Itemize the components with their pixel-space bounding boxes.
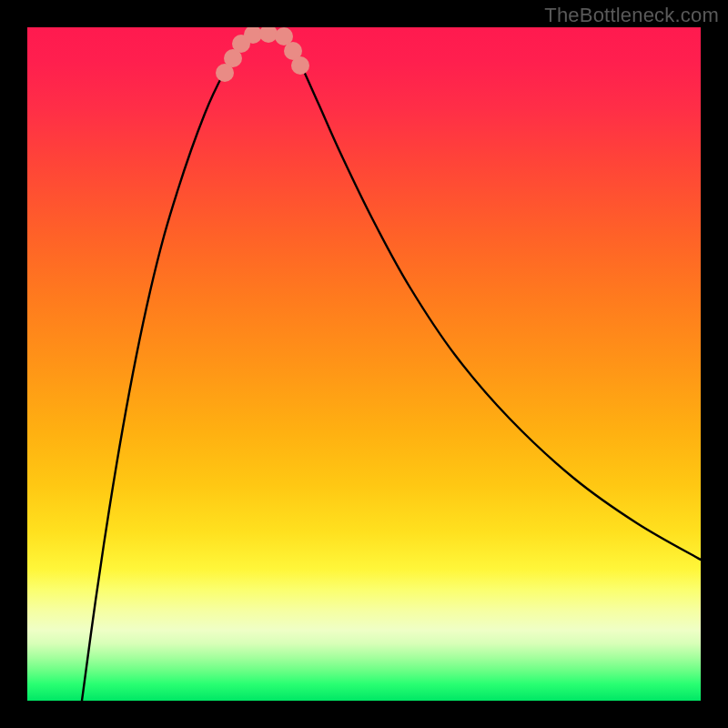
marker-group xyxy=(216,27,309,82)
curve-left xyxy=(82,34,255,701)
marker-dot xyxy=(259,27,278,43)
bottleneck-curve xyxy=(27,27,701,701)
plot-frame xyxy=(27,27,701,701)
watermark-text: TheBottleneck.com xyxy=(544,4,719,27)
marker-dot xyxy=(291,56,309,75)
curve-right xyxy=(282,34,701,560)
